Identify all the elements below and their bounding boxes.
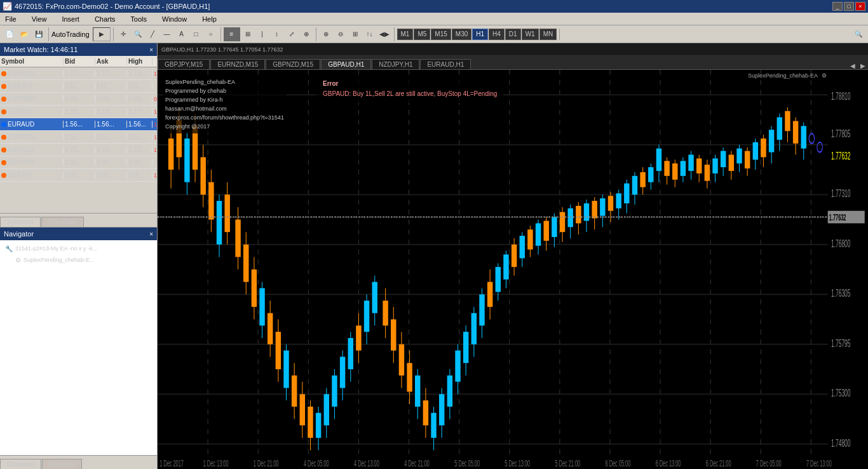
- tf-h1[interactable]: H1: [472, 29, 488, 40]
- mw-dot: [1, 97, 6, 102]
- mw-row-eurjpy[interactable]: EURJPY 132... 132... 132...: [0, 80, 157, 93]
- mw-dot: [1, 147, 6, 153]
- template-btn[interactable]: ⊞: [241, 27, 255, 41]
- minimize-btn[interactable]: _: [832, 2, 843, 11]
- mw-row-eurnzd[interactable]: EURNZD 1.72... 1.72... 1.72... 1: [0, 144, 157, 156]
- menu-window[interactable]: Window: [159, 14, 189, 24]
- tf-mn[interactable]: MN: [539, 29, 557, 40]
- svg-rect-102: [487, 282, 492, 307]
- zoom-chart-btn[interactable]: ⊕: [319, 27, 333, 41]
- mw-cell-bid: 132...: [64, 83, 95, 90]
- chart-tab-gbpjpy[interactable]: GBPJPY,M15: [158, 59, 210, 69]
- menu-file[interactable]: File: [3, 14, 19, 24]
- nav-tab-favorites[interactable]: Favorites: [42, 459, 82, 469]
- nav-item-ea-folder[interactable]: 🔧 31541-p2#13-My EA -no x y -k...: [3, 243, 154, 254]
- svg-rect-48: [268, 313, 273, 344]
- mw-row-eurchf[interactable]: EURCHF 1.16... 1.16... 1.17... 1: [0, 105, 157, 118]
- mw-cell-ask: 1.17...: [95, 70, 127, 77]
- expand-btn[interactable]: ⤢: [285, 27, 299, 41]
- tf-m1[interactable]: M1: [397, 29, 414, 40]
- svg-text:5 Dec 13:00: 5 Dec 13:00: [505, 459, 530, 468]
- nav-tab-common[interactable]: Common: [0, 459, 41, 469]
- menu-charts[interactable]: Charts: [92, 14, 118, 24]
- svg-rect-70: [356, 325, 361, 350]
- svg-rect-42: [243, 245, 248, 282]
- text-btn[interactable]: A: [175, 27, 189, 41]
- mw-cell-bid: 1.72...: [64, 146, 95, 153]
- mw-tab-symbols[interactable]: Symbols: [0, 217, 41, 227]
- svg-rect-170: [761, 139, 766, 157]
- tf-m30[interactable]: M30: [452, 29, 471, 40]
- mw-cell-ask: 1.16...: [95, 108, 127, 115]
- zoom-out-btn[interactable]: ⊖: [334, 27, 348, 41]
- period-sep-btn[interactable]: |: [255, 27, 269, 41]
- mw-cell-bid: 150...: [64, 172, 95, 179]
- svg-text:1.75300: 1.75300: [831, 388, 850, 398]
- indicator-btn[interactable]: ≡: [224, 27, 240, 41]
- scale-btn[interactable]: ⊕: [299, 27, 313, 41]
- mw-row-eurgbp[interactable]: EURGBP 0.88... 0.88... 0.88... 0: [0, 93, 157, 105]
- mw-row-eurusd[interactable]: EURUSD 1.17... 1.17... 1.18... 1: [0, 67, 157, 80]
- save-btn[interactable]: 💾: [32, 27, 46, 41]
- new-chart-btn[interactable]: 📄: [3, 27, 17, 41]
- close-btn[interactable]: ×: [855, 2, 865, 11]
- menu-help[interactable]: Help: [200, 14, 219, 24]
- market-watch-close[interactable]: ×: [149, 46, 153, 53]
- chart-tab-gbpnzd[interactable]: GBPNZD,M15: [266, 59, 320, 69]
- vol-btn[interactable]: ↑↓: [363, 27, 377, 41]
- tab-arrow-left[interactable]: ◀: [848, 62, 858, 69]
- mw-tab-tick[interactable]: Tick Chart: [41, 217, 84, 227]
- mw-row-gbpusd[interactable]: GBPUSD 1.33... 1.33... 1.34...: [0, 156, 157, 169]
- svg-text:1.77805: 1.77805: [831, 128, 850, 139]
- chart-tab-euraud[interactable]: EURAUD,H1: [420, 59, 471, 69]
- tf-d1[interactable]: D1: [505, 29, 521, 40]
- tf-w1[interactable]: W1: [522, 29, 539, 40]
- mw-cell-high: 1.72...: [127, 146, 153, 153]
- maximize-btn[interactable]: □: [844, 2, 854, 11]
- ea-corner-label: SuplexPending_chehab-EA ⚙: [748, 72, 827, 79]
- tf-h4[interactable]: H4: [489, 29, 505, 40]
- tf-m5[interactable]: M5: [414, 29, 430, 40]
- mw-dot: [1, 84, 6, 89]
- mw-row-gbpjpy[interactable]: GBPJPY 150... 150... 151... 1: [0, 169, 157, 182]
- chart-tab-eurnzd[interactable]: EURNZD,M15: [210, 59, 265, 69]
- grid-btn[interactable]: ⊞: [348, 27, 362, 41]
- chart-tab-nzdjpy[interactable]: NZDJPY,H1: [372, 59, 419, 69]
- navigator-close[interactable]: ×: [149, 231, 153, 238]
- svg-rect-66: [340, 357, 345, 388]
- open-btn[interactable]: 📂: [17, 27, 31, 41]
- nav-item-ea[interactable]: ⚙ SuplexPending_chehab-E...: [3, 254, 154, 266]
- nav-btn[interactable]: ◀▶: [377, 27, 391, 41]
- autotrading-btn[interactable]: ▶: [93, 27, 111, 41]
- ea-name: SuplexPending_chehab-EA: [165, 78, 284, 86]
- rect-btn[interactable]: □: [189, 27, 203, 41]
- zoom-in-btn[interactable]: 🔍: [131, 27, 145, 41]
- chart-tab-gbpaud[interactable]: GBPAUD,H1: [321, 59, 371, 69]
- svg-rect-180: [801, 126, 806, 148]
- ellipse-btn[interactable]: ○: [204, 27, 218, 41]
- search-chart-btn[interactable]: 🔍: [851, 27, 865, 41]
- mw-row-euraud[interactable]: EURAUD 1.56... 1.56... 1.56... 1: [0, 118, 157, 131]
- chart-canvas[interactable]: SuplexPending_chehab-EA Programmed by ch…: [158, 70, 868, 469]
- mw-row-eurcad[interactable]: EURCAD 1.51... 1.51... 1.51... 1: [0, 131, 157, 144]
- fib-btn[interactable]: ↕: [270, 27, 284, 41]
- ea-corner-text: SuplexPending_chehab-EA: [748, 72, 818, 79]
- error-msg: GBPAUD: Buy 1L,Sell 2L are still active,…: [323, 89, 497, 99]
- tf-m15[interactable]: M15: [431, 29, 451, 40]
- menu-tools[interactable]: Tools: [128, 14, 149, 24]
- menu-view[interactable]: View: [29, 14, 50, 24]
- menu-insert[interactable]: Insert: [59, 14, 82, 24]
- crosshair-btn[interactable]: ✛: [116, 27, 130, 41]
- mw-dot: [1, 173, 6, 178]
- svg-rect-28: [184, 139, 189, 182]
- title-bar-controls[interactable]: _ □ ×: [832, 2, 865, 11]
- svg-rect-168: [753, 142, 758, 160]
- hline-btn[interactable]: —: [160, 27, 174, 41]
- chart-title: GBPAUD,H1 1.77230 1.77645 1.77054 1.7763…: [161, 46, 283, 53]
- tab-arrow-right[interactable]: ▶: [858, 62, 868, 69]
- toolbar: 📄 📂 💾 AutoTrading ▶ ✛ 🔍 ╱ — A □ ○ ≡ ⊞ | …: [0, 25, 868, 43]
- navigator-header: Navigator ×: [0, 228, 157, 240]
- svg-text:1.78810: 1.78810: [831, 91, 850, 102]
- mw-dot: [1, 122, 6, 127]
- line-btn[interactable]: ╱: [146, 27, 159, 41]
